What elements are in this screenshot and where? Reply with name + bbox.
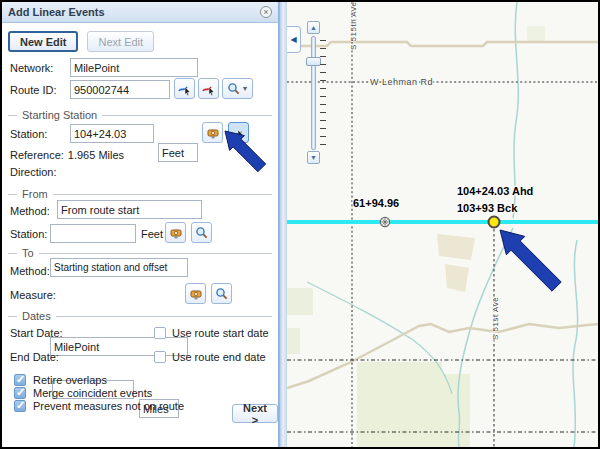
- zoom-tick: [320, 56, 326, 57]
- use-route-end-date-label: Use route end date: [172, 351, 266, 363]
- zoom-tick: [320, 144, 326, 145]
- end-date-label: End Date:: [10, 351, 59, 363]
- zoom-out-button[interactable]: ▼: [307, 151, 320, 164]
- use-route-end-date-checkbox[interactable]: [154, 351, 166, 363]
- legend-line: [39, 253, 272, 254]
- legend-line: [56, 316, 272, 317]
- use-route-start-date-label: Use route start date: [172, 327, 269, 339]
- measure-icon: [206, 126, 220, 140]
- stream-line: [573, 240, 578, 447]
- zoom-tick: [320, 120, 326, 121]
- station-label: Station:: [10, 128, 47, 140]
- pick-station-on-map-button[interactable]: [228, 122, 249, 143]
- landuse-polygon: [287, 288, 313, 315]
- network-label: Network:: [10, 62, 53, 74]
- landuse-polygon: [527, 26, 545, 42]
- direction-combobox[interactable]: From route start: [57, 200, 202, 219]
- zoom-tick: [320, 112, 326, 113]
- panel-title: Add Linear Events: [8, 6, 260, 18]
- zoom-tick: [320, 96, 326, 97]
- zoom-tick: [320, 64, 326, 65]
- to-method-label: Method:: [10, 265, 50, 277]
- zoom-tick: [320, 104, 326, 105]
- zoom-tick: [320, 80, 326, 81]
- road-label-vertical-top: S 515th Ave: [349, 2, 358, 50]
- field-polygon: [437, 234, 475, 260]
- to-search-button[interactable]: [211, 283, 232, 304]
- zoom-tick: [320, 88, 326, 89]
- next-button[interactable]: Next >: [232, 404, 278, 423]
- legend-line: [53, 194, 272, 195]
- select-route-icon: [178, 82, 192, 96]
- zoom-tick: [320, 136, 326, 137]
- map-viewport[interactable]: 61+94.96 104+24.03 Ahd 103+93 Bck W Lehm…: [287, 2, 598, 447]
- panel-titlebar: Add Linear Events ×: [2, 2, 278, 23]
- from-station-label: Station:: [10, 228, 47, 240]
- use-route-start-date-checkbox[interactable]: [154, 327, 166, 339]
- station-reference-marker: [380, 217, 389, 226]
- picked-station-ahead-label: 104+24.03 Ahd: [457, 185, 533, 197]
- zoom-tick: [320, 128, 326, 129]
- minor-road: [287, 42, 598, 46]
- collapse-panel-tab[interactable]: [287, 26, 301, 53]
- from-method-label: Method:: [10, 205, 50, 217]
- prevent-measures-checkbox[interactable]: [14, 400, 26, 412]
- zoom-slider-thumb[interactable]: [306, 57, 321, 66]
- zoom-tick: [320, 40, 326, 41]
- from-station-unit: Feet: [141, 228, 163, 240]
- magnifier-icon: [195, 226, 208, 239]
- select-route-on-map-button[interactable]: [174, 78, 195, 99]
- route-id-label: Route ID:: [10, 84, 56, 96]
- prevent-measures-label: Prevent measures not on route: [33, 400, 184, 412]
- new-edit-button[interactable]: New Edit: [8, 31, 78, 52]
- to-measure-tool-button[interactable]: [185, 283, 206, 304]
- magnifier-icon: [215, 287, 228, 300]
- station-input[interactable]: [70, 124, 154, 143]
- road-label-horizontal: W Lehman Rd: [370, 77, 433, 87]
- start-date-label: Start Date:: [10, 327, 63, 339]
- from-measure-tool-button[interactable]: [165, 222, 186, 243]
- reference-value: 1.965 Miles: [68, 149, 124, 161]
- measure-icon: [169, 226, 183, 240]
- zoom-slider-track[interactable]: [311, 36, 316, 150]
- legend-line: [102, 115, 272, 116]
- add-linear-events-panel: Add Linear Events × New Edit Next Edit N…: [2, 2, 279, 447]
- map-canvas: [287, 2, 598, 447]
- starting-station-legend: Starting Station: [22, 109, 97, 121]
- annotation-arrow-map: [500, 230, 561, 291]
- measure-label: Measure:: [10, 289, 56, 301]
- landuse-polygon: [287, 328, 300, 354]
- landuse-polygon: [357, 362, 470, 447]
- close-icon[interactable]: ×: [260, 6, 272, 18]
- dates-legend: Dates: [22, 310, 51, 322]
- clear-selection-icon: [202, 82, 216, 96]
- application-window: Add Linear Events × New Edit Next Edit N…: [0, 0, 600, 449]
- route-search-menu-button[interactable]: ▼: [222, 78, 253, 99]
- picked-station-point[interactable]: [489, 217, 500, 228]
- route-id-input[interactable]: [70, 80, 170, 99]
- from-search-button[interactable]: [191, 222, 212, 243]
- road-label-vertical-bottom: S 51st Ave: [491, 297, 500, 340]
- from-station-input[interactable]: [50, 224, 136, 243]
- pick-location-icon: [232, 126, 246, 140]
- chevron-down-icon: ▼: [242, 85, 249, 92]
- field-polygon: [445, 264, 469, 292]
- station-unit-combobox[interactable]: Feet: [158, 143, 198, 162]
- station-measure-label: 61+94.96: [353, 197, 399, 209]
- measure-tool-button[interactable]: [202, 122, 223, 143]
- magnifier-icon: [227, 82, 240, 95]
- reference-label: Reference:: [10, 149, 64, 161]
- from-method-combobox[interactable]: Starting station and offset: [50, 258, 188, 277]
- picked-station-back-label: 103+93 Bck: [457, 202, 517, 214]
- from-legend: From: [22, 188, 48, 200]
- zoom-tick: [320, 72, 326, 73]
- clear-route-selection-button[interactable]: [198, 78, 219, 99]
- network-combobox[interactable]: MilePoint: [70, 58, 198, 77]
- zoom-tick: [320, 48, 326, 49]
- direction-label: Direction:: [10, 166, 56, 178]
- measure-icon: [189, 287, 203, 301]
- next-edit-button[interactable]: Next Edit: [87, 31, 154, 52]
- to-legend: To: [22, 247, 34, 259]
- zoom-in-button[interactable]: ▲: [307, 21, 320, 34]
